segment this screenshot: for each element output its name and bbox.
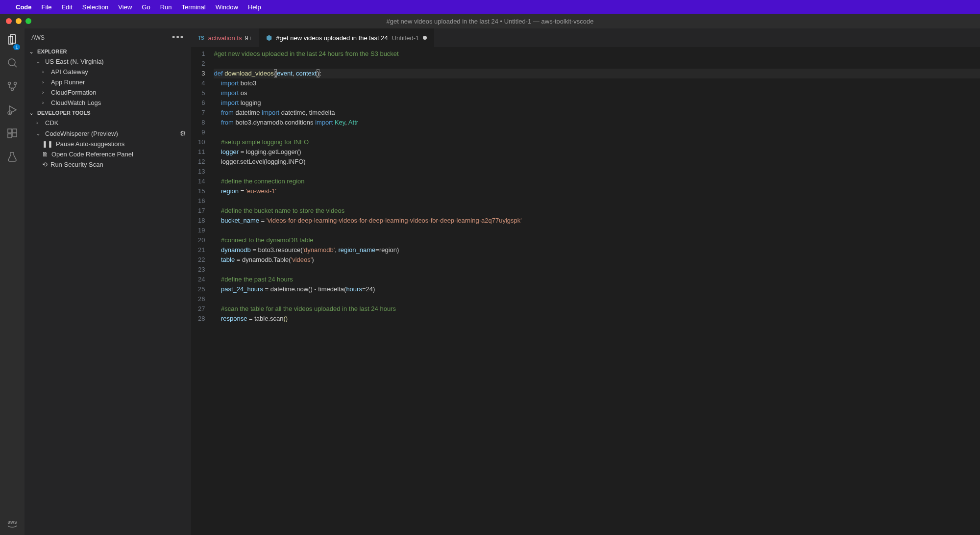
- sidebar: AWS ••• ⌄ EXPLORER ⌄ US East (N. Virgini…: [24, 28, 191, 535]
- service-label: CloudWatch Logs: [51, 99, 101, 106]
- service-label: CloudFormation: [51, 89, 97, 96]
- menu-terminal[interactable]: Terminal: [182, 3, 206, 11]
- menu-run[interactable]: Run: [160, 3, 172, 11]
- chevron-right-icon: ›: [42, 100, 48, 105]
- activity-badge: 1: [13, 44, 20, 50]
- extensions-activity-icon[interactable]: [6, 127, 18, 142]
- chevron-down-icon: ⌄: [36, 59, 42, 64]
- region-label: US East (N. Virginia): [45, 58, 104, 65]
- source-control-activity-icon[interactable]: [6, 80, 18, 95]
- devtools-section[interactable]: ⌄ DEVELOPER TOOLS: [24, 108, 191, 118]
- window-title: #get new videos uploaded in the last 24 …: [387, 18, 594, 25]
- sidebar-header: AWS •••: [24, 28, 191, 47]
- svg-marker-5: [9, 106, 16, 114]
- action-label: Run Security Scan: [50, 161, 103, 168]
- line-gutter: 1234567891011121314151617181920212223242…: [191, 49, 214, 535]
- sidebar-title: AWS: [31, 34, 45, 41]
- chevron-down-icon: ⌄: [29, 49, 35, 54]
- devtools-label: DEVELOPER TOOLS: [37, 110, 91, 116]
- service-item-api-gateway[interactable]: › API Gateway: [24, 67, 191, 77]
- code-content[interactable]: #get new videos uploaded in the last 24 …: [214, 49, 980, 535]
- svg-rect-8: [13, 129, 17, 133]
- search-activity-icon[interactable]: [6, 57, 18, 72]
- tab-subname: Untitled-1: [392, 34, 419, 42]
- tab-filename: activation.ts: [208, 34, 242, 42]
- menu-window[interactable]: Window: [216, 3, 238, 11]
- menubar: Code File Edit Selection View Go Run Ter…: [0, 0, 980, 14]
- code-editor[interactable]: 1234567891011121314151617181920212223242…: [191, 47, 980, 535]
- svg-rect-7: [8, 129, 12, 133]
- chevron-right-icon: ›: [42, 79, 48, 85]
- editor: TS activation.ts 9+ ⬢ #get new videos up…: [191, 28, 980, 535]
- svg-point-3: [14, 82, 17, 85]
- run-debug-activity-icon[interactable]: [6, 104, 18, 119]
- action-label: Open Code Reference Panel: [51, 151, 133, 158]
- tab-modified-count: 9+: [245, 34, 252, 42]
- menu-edit[interactable]: Edit: [61, 3, 72, 11]
- python-file-icon: ⬢: [266, 34, 272, 42]
- action-label: Pause Auto-suggestions: [56, 140, 124, 148]
- chevron-right-icon: ›: [42, 69, 48, 75]
- svg-rect-10: [13, 133, 17, 137]
- service-label: App Runner: [51, 78, 85, 86]
- chevron-right-icon: ›: [36, 120, 42, 126]
- menu-go[interactable]: Go: [142, 3, 150, 11]
- run-security-scan[interactable]: ⟲ Run Security Scan: [24, 159, 191, 170]
- tab-activation-ts[interactable]: TS activation.ts 9+: [191, 28, 259, 47]
- close-button[interactable]: [6, 18, 12, 24]
- svg-point-0: [8, 59, 15, 66]
- chevron-right-icon: ›: [42, 90, 48, 95]
- testing-activity-icon[interactable]: [6, 151, 18, 166]
- traffic-lights: [6, 18, 31, 24]
- typescript-file-icon: TS: [198, 35, 204, 41]
- explorer-section[interactable]: ⌄ EXPLORER: [24, 47, 191, 56]
- svg-line-1: [14, 65, 17, 67]
- menu-help[interactable]: Help: [248, 3, 261, 11]
- pause-icon: ❚❚: [42, 140, 53, 148]
- cdk-label: CDK: [45, 119, 58, 127]
- aws-activity-icon[interactable]: aws: [7, 519, 17, 530]
- titlebar: #get new videos uploaded in the last 24 …: [0, 14, 980, 28]
- region-item[interactable]: ⌄ US East (N. Virginia): [24, 56, 191, 67]
- minimize-button[interactable]: [16, 18, 22, 24]
- service-item-app-runner[interactable]: › App Runner: [24, 77, 191, 87]
- gear-icon[interactable]: ⚙: [180, 129, 186, 137]
- menu-file[interactable]: File: [42, 3, 52, 11]
- tab-filename: #get new videos uploaded in the last 24: [276, 34, 388, 42]
- cdk-item[interactable]: › CDK: [24, 118, 191, 128]
- dirty-indicator-icon: [423, 36, 427, 40]
- menu-view[interactable]: View: [118, 3, 132, 11]
- activity-bar: 1 aws: [0, 28, 24, 535]
- file-icon: 🗎: [42, 151, 49, 158]
- explorer-label: EXPLORER: [37, 49, 67, 54]
- menu-selection[interactable]: Selection: [82, 3, 108, 11]
- svg-rect-9: [8, 134, 12, 138]
- codewhisperer-item[interactable]: ⌄ CodeWhisperer (Preview) ⚙: [24, 128, 191, 139]
- open-code-reference-panel[interactable]: 🗎 Open Code Reference Panel: [24, 149, 191, 159]
- chevron-down-icon: ⌄: [36, 131, 42, 136]
- service-item-cloudwatch-logs[interactable]: › CloudWatch Logs: [24, 98, 191, 108]
- tab-bar: TS activation.ts 9+ ⬢ #get new videos up…: [191, 28, 980, 47]
- scan-icon: ⟲: [42, 161, 48, 168]
- tab-untitled-1[interactable]: ⬢ #get new videos uploaded in the last 2…: [259, 28, 434, 47]
- aws-label: aws: [8, 519, 17, 525]
- svg-point-2: [8, 82, 11, 85]
- codewhisperer-label: CodeWhisperer (Preview): [45, 130, 118, 137]
- app-name[interactable]: Code: [16, 3, 32, 11]
- maximize-button[interactable]: [25, 18, 31, 24]
- chevron-down-icon: ⌄: [29, 110, 35, 116]
- explorer-activity-icon[interactable]: 1: [6, 33, 18, 48]
- service-item-cloudformation[interactable]: › CloudFormation: [24, 87, 191, 98]
- service-label: API Gateway: [51, 68, 88, 76]
- sidebar-more-icon[interactable]: •••: [172, 32, 184, 43]
- pause-auto-suggestions[interactable]: ❚❚ Pause Auto-suggestions: [24, 139, 191, 149]
